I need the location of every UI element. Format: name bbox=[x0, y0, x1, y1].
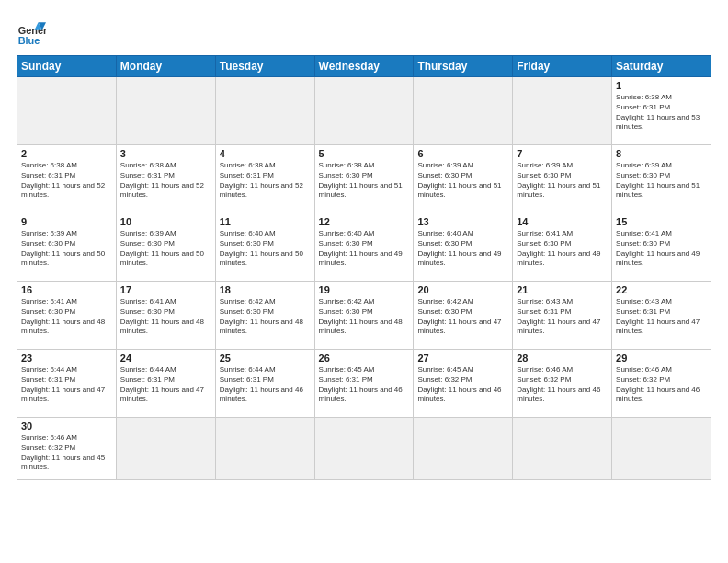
day-info: Sunrise: 6:40 AMSunset: 6:30 PMDaylight:… bbox=[220, 229, 311, 269]
day-info: Sunrise: 6:38 AMSunset: 6:31 PMDaylight:… bbox=[21, 161, 112, 201]
calendar-cell-19: 19Sunrise: 6:42 AMSunset: 6:30 PMDayligh… bbox=[314, 282, 414, 350]
day-number: 25 bbox=[220, 352, 311, 363]
day-info: Sunrise: 6:38 AMSunset: 6:31 PMDaylight:… bbox=[616, 93, 707, 132]
header: General Blue bbox=[17, 15, 711, 48]
day-number: 7 bbox=[517, 148, 608, 159]
calendar-cell-8: 8Sunrise: 6:39 AMSunset: 6:30 PMDaylight… bbox=[612, 145, 711, 213]
day-info: Sunrise: 6:42 AMSunset: 6:30 PMDaylight:… bbox=[417, 297, 508, 337]
calendar-cell-21: 21Sunrise: 6:43 AMSunset: 6:31 PMDayligh… bbox=[513, 282, 612, 350]
day-number: 22 bbox=[616, 284, 707, 295]
calendar-cell-empty bbox=[116, 77, 215, 145]
day-info: Sunrise: 6:41 AMSunset: 6:30 PMDaylight:… bbox=[517, 229, 608, 269]
calendar-cell-empty bbox=[314, 418, 414, 480]
day-number: 14 bbox=[517, 216, 608, 227]
day-header-monday: Monday bbox=[116, 56, 215, 77]
day-number: 26 bbox=[319, 352, 410, 363]
calendar-cell-empty bbox=[17, 77, 117, 145]
day-info: Sunrise: 6:44 AMSunset: 6:31 PMDaylight:… bbox=[21, 365, 112, 405]
day-info: Sunrise: 6:45 AMSunset: 6:31 PMDaylight:… bbox=[319, 365, 410, 405]
calendar-week-3: 16Sunrise: 6:41 AMSunset: 6:30 PMDayligh… bbox=[17, 282, 711, 350]
day-number: 30 bbox=[21, 420, 112, 431]
calendar-cell-10: 10Sunrise: 6:39 AMSunset: 6:30 PMDayligh… bbox=[116, 213, 215, 282]
calendar: SundayMondayTuesdayWednesdayThursdayFrid… bbox=[17, 55, 711, 480]
day-number: 10 bbox=[120, 216, 211, 227]
calendar-cell-empty bbox=[513, 77, 612, 145]
day-info: Sunrise: 6:46 AMSunset: 6:32 PMDaylight:… bbox=[21, 433, 112, 473]
day-number: 6 bbox=[417, 148, 508, 159]
day-header-thursday: Thursday bbox=[414, 56, 513, 77]
calendar-cell-16: 16Sunrise: 6:41 AMSunset: 6:30 PMDayligh… bbox=[17, 282, 117, 350]
day-number: 5 bbox=[319, 148, 410, 159]
calendar-cell-12: 12Sunrise: 6:40 AMSunset: 6:30 PMDayligh… bbox=[314, 213, 414, 282]
logo: General Blue bbox=[17, 18, 46, 48]
day-header-tuesday: Tuesday bbox=[215, 56, 314, 77]
day-info: Sunrise: 6:39 AMSunset: 6:30 PMDaylight:… bbox=[616, 161, 707, 201]
day-info: Sunrise: 6:38 AMSunset: 6:31 PMDaylight:… bbox=[120, 161, 211, 201]
calendar-cell-empty bbox=[612, 418, 711, 480]
day-info: Sunrise: 6:39 AMSunset: 6:30 PMDaylight:… bbox=[120, 229, 211, 269]
day-info: Sunrise: 6:44 AMSunset: 6:31 PMDaylight:… bbox=[220, 365, 311, 405]
calendar-header-row: SundayMondayTuesdayWednesdayThursdayFrid… bbox=[17, 56, 711, 77]
day-info: Sunrise: 6:45 AMSunset: 6:32 PMDaylight:… bbox=[417, 365, 508, 405]
day-info: Sunrise: 6:41 AMSunset: 6:30 PMDaylight:… bbox=[120, 297, 211, 337]
day-number: 28 bbox=[517, 352, 608, 363]
day-info: Sunrise: 6:39 AMSunset: 6:30 PMDaylight:… bbox=[517, 161, 608, 201]
day-header-sunday: Sunday bbox=[17, 56, 117, 77]
calendar-week-5: 30Sunrise: 6:46 AMSunset: 6:32 PMDayligh… bbox=[17, 418, 711, 480]
page: General Blue SundayMondayTuesdayWednesda… bbox=[0, 0, 728, 563]
day-number: 15 bbox=[616, 216, 707, 227]
calendar-cell-empty bbox=[414, 77, 513, 145]
day-number: 9 bbox=[21, 216, 112, 227]
day-number: 11 bbox=[220, 216, 311, 227]
day-info: Sunrise: 6:43 AMSunset: 6:31 PMDaylight:… bbox=[616, 297, 707, 337]
day-info: Sunrise: 6:42 AMSunset: 6:30 PMDaylight:… bbox=[319, 297, 410, 337]
day-number: 16 bbox=[21, 284, 112, 295]
day-header-saturday: Saturday bbox=[612, 56, 711, 77]
calendar-cell-4: 4Sunrise: 6:38 AMSunset: 6:31 PMDaylight… bbox=[215, 145, 314, 213]
calendar-cell-23: 23Sunrise: 6:44 AMSunset: 6:31 PMDayligh… bbox=[17, 350, 117, 418]
day-info: Sunrise: 6:39 AMSunset: 6:30 PMDaylight:… bbox=[417, 161, 508, 201]
day-number: 2 bbox=[21, 148, 112, 159]
calendar-cell-empty bbox=[414, 418, 513, 480]
day-number: 21 bbox=[517, 284, 608, 295]
day-header-friday: Friday bbox=[513, 56, 612, 77]
day-number: 8 bbox=[616, 148, 707, 159]
day-info: Sunrise: 6:40 AMSunset: 6:30 PMDaylight:… bbox=[417, 229, 508, 269]
day-number: 13 bbox=[417, 216, 508, 227]
day-header-wednesday: Wednesday bbox=[314, 56, 414, 77]
day-info: Sunrise: 6:43 AMSunset: 6:31 PMDaylight:… bbox=[517, 297, 608, 337]
calendar-cell-5: 5Sunrise: 6:38 AMSunset: 6:30 PMDaylight… bbox=[314, 145, 414, 213]
calendar-cell-15: 15Sunrise: 6:41 AMSunset: 6:30 PMDayligh… bbox=[612, 213, 711, 282]
svg-text:Blue: Blue bbox=[18, 35, 40, 46]
day-number: 24 bbox=[120, 352, 211, 363]
day-info: Sunrise: 6:38 AMSunset: 6:30 PMDaylight:… bbox=[319, 161, 410, 201]
calendar-cell-25: 25Sunrise: 6:44 AMSunset: 6:31 PMDayligh… bbox=[215, 350, 314, 418]
day-number: 19 bbox=[319, 284, 410, 295]
calendar-cell-26: 26Sunrise: 6:45 AMSunset: 6:31 PMDayligh… bbox=[314, 350, 414, 418]
calendar-cell-6: 6Sunrise: 6:39 AMSunset: 6:30 PMDaylight… bbox=[414, 145, 513, 213]
day-info: Sunrise: 6:44 AMSunset: 6:31 PMDaylight:… bbox=[120, 365, 211, 405]
calendar-week-4: 23Sunrise: 6:44 AMSunset: 6:31 PMDayligh… bbox=[17, 350, 711, 418]
calendar-cell-28: 28Sunrise: 6:46 AMSunset: 6:32 PMDayligh… bbox=[513, 350, 612, 418]
day-info: Sunrise: 6:41 AMSunset: 6:30 PMDaylight:… bbox=[616, 229, 707, 269]
calendar-week-2: 9Sunrise: 6:39 AMSunset: 6:30 PMDaylight… bbox=[17, 213, 711, 282]
day-info: Sunrise: 6:42 AMSunset: 6:30 PMDaylight:… bbox=[220, 297, 311, 337]
calendar-week-1: 2Sunrise: 6:38 AMSunset: 6:31 PMDaylight… bbox=[17, 145, 711, 213]
day-info: Sunrise: 6:40 AMSunset: 6:30 PMDaylight:… bbox=[319, 229, 410, 269]
calendar-cell-11: 11Sunrise: 6:40 AMSunset: 6:30 PMDayligh… bbox=[215, 213, 314, 282]
day-number: 17 bbox=[120, 284, 211, 295]
day-number: 18 bbox=[220, 284, 311, 295]
day-number: 29 bbox=[616, 352, 707, 363]
calendar-cell-empty bbox=[215, 418, 314, 480]
calendar-cell-2: 2Sunrise: 6:38 AMSunset: 6:31 PMDaylight… bbox=[17, 145, 117, 213]
day-number: 3 bbox=[120, 148, 211, 159]
day-info: Sunrise: 6:39 AMSunset: 6:30 PMDaylight:… bbox=[21, 229, 112, 269]
calendar-cell-30: 30Sunrise: 6:46 AMSunset: 6:32 PMDayligh… bbox=[17, 418, 117, 480]
logo-icon: General Blue bbox=[17, 18, 46, 48]
day-info: Sunrise: 6:46 AMSunset: 6:32 PMDaylight:… bbox=[517, 365, 608, 405]
calendar-cell-13: 13Sunrise: 6:40 AMSunset: 6:30 PMDayligh… bbox=[414, 213, 513, 282]
calendar-cell-17: 17Sunrise: 6:41 AMSunset: 6:30 PMDayligh… bbox=[116, 282, 215, 350]
calendar-cell-22: 22Sunrise: 6:43 AMSunset: 6:31 PMDayligh… bbox=[612, 282, 711, 350]
calendar-cell-empty bbox=[314, 77, 414, 145]
calendar-cell-7: 7Sunrise: 6:39 AMSunset: 6:30 PMDaylight… bbox=[513, 145, 612, 213]
